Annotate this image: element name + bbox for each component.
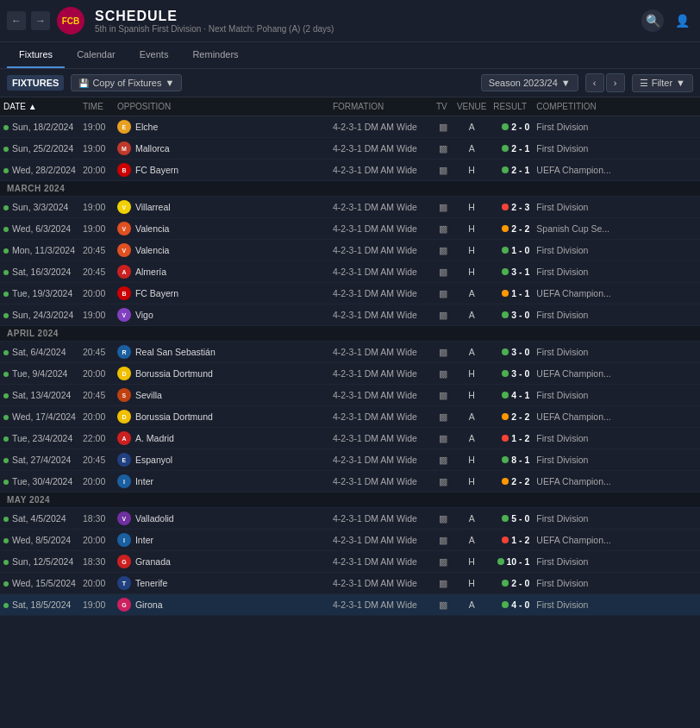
table-row[interactable]: Sat, 4/5/202418:30VValladolid4-2-3-1 DM … xyxy=(0,508,700,530)
cell-time: 20:00 xyxy=(79,363,114,385)
cell-venue: A xyxy=(453,530,490,551)
result-dot xyxy=(502,601,509,608)
filter-button[interactable]: ☰ Filter ▼ xyxy=(632,74,693,92)
cell-date: Wed, 15/5/2024 xyxy=(0,573,79,594)
table-row[interactable]: Wed, 17/4/202420:00DBorussia Dortmund4-2… xyxy=(0,406,700,428)
cell-competition: First Division xyxy=(533,449,700,471)
season-selector[interactable]: Season 2023/24 ▼ xyxy=(481,74,578,91)
table-row[interactable]: Sat, 16/3/202420:45AAlmería4-2-3-1 DM AM… xyxy=(0,261,700,283)
table-row[interactable]: Tue, 9/4/202420:00DBorussia Dortmund4-2-… xyxy=(0,363,700,385)
result-score: 2 - 0 xyxy=(511,578,529,588)
result-dot xyxy=(502,348,509,355)
prev-page-button[interactable]: ‹ xyxy=(585,73,604,92)
cell-venue: H xyxy=(453,218,490,240)
cell-opposition: TTenerife xyxy=(114,573,329,594)
tv-icon: ▩ xyxy=(439,433,447,443)
tab-calendar[interactable]: Calendar xyxy=(65,42,128,68)
cell-date: Sun, 12/5/2024 xyxy=(0,551,79,573)
cell-result: 10 - 1 xyxy=(490,551,533,573)
cell-date: Wed, 8/5/2024 xyxy=(0,530,79,551)
cell-formation: 4-2-3-1 DM AM Wide xyxy=(329,304,433,326)
cell-competition: Spanish Cup Se... xyxy=(533,218,700,240)
table-row[interactable]: Tue, 19/3/202420:00BFC Bayern4-2-3-1 DM … xyxy=(0,283,700,304)
cell-time: 19:00 xyxy=(79,304,114,326)
tab-reminders[interactable]: Reminders xyxy=(180,42,250,68)
cell-tv: ▩ xyxy=(433,138,453,160)
cell-date: Tue, 9/4/2024 xyxy=(0,363,79,385)
table-row[interactable]: Wed, 15/5/202420:00TTenerife4-2-3-1 DM A… xyxy=(0,573,700,594)
cell-result: 1 - 2 xyxy=(490,530,533,551)
table-row[interactable]: APRIL 2024 xyxy=(0,326,700,342)
cell-time: 20:00 xyxy=(79,406,114,428)
cell-time: 20:45 xyxy=(79,342,114,363)
cell-opposition: RReal San Sebastián xyxy=(114,342,329,363)
cell-tv: ▩ xyxy=(433,218,453,240)
cell-date: Sat, 16/3/2024 xyxy=(0,261,79,283)
cell-result: 4 - 0 xyxy=(490,594,533,616)
table-row[interactable]: Sat, 18/5/202419:00GGirona4-2-3-1 DM AM … xyxy=(0,594,700,616)
cell-time: 20:00 xyxy=(79,573,114,594)
cell-competition: First Division xyxy=(533,116,700,138)
search-button[interactable]: 🔍 xyxy=(641,9,664,32)
cell-competition: First Division xyxy=(533,508,700,530)
table-row[interactable]: Tue, 23/4/202422:00AA. Madrid4-2-3-1 DM … xyxy=(0,428,700,449)
tab-events[interactable]: Events xyxy=(128,42,181,68)
filter-label: Filter xyxy=(652,78,672,88)
cell-venue: A xyxy=(453,428,490,449)
table-row[interactable]: Sun, 3/3/202419:00VVillarreal4-2-3-1 DM … xyxy=(0,197,700,218)
table-row[interactable]: Sun, 12/5/202418:30GGranada4-2-3-1 DM AM… xyxy=(0,551,700,573)
cell-tv: ▩ xyxy=(433,449,453,471)
table-row[interactable]: Tue, 30/4/202420:00IInter4-2-3-1 DM AM W… xyxy=(0,471,700,493)
fixtures-table-container: DATE ▲ TIME OPPOSITION FORMATION TV VENU… xyxy=(0,97,700,616)
table-row[interactable]: MARCH 2024 xyxy=(0,181,700,197)
table-row[interactable]: Sun, 18/2/202419:00EElche4-2-3-1 DM AM W… xyxy=(0,116,700,138)
cell-tv: ▩ xyxy=(433,406,453,428)
cell-tv: ▩ xyxy=(433,530,453,551)
table-row[interactable]: Sun, 25/2/202419:00MMallorca4-2-3-1 DM A… xyxy=(0,138,700,160)
table-row[interactable]: Wed, 8/5/202420:00IInter4-2-3-1 DM AM Wi… xyxy=(0,530,700,551)
table-row[interactable]: Wed, 28/2/202420:00BFC Bayern4-2-3-1 DM … xyxy=(0,160,700,181)
cell-result: 3 - 0 xyxy=(490,304,533,326)
cell-opposition: GGranada xyxy=(114,551,329,573)
back-button[interactable]: ← xyxy=(7,11,26,30)
cell-opposition: MMallorca xyxy=(114,138,329,160)
result-score: 1 - 0 xyxy=(511,245,529,255)
table-row[interactable]: Sat, 13/4/202420:45SSevilla4-2-3-1 DM AM… xyxy=(0,385,700,406)
cell-result: 1 - 0 xyxy=(490,240,533,261)
tab-fixtures[interactable]: Fixtures xyxy=(7,42,65,68)
cell-result: 2 - 0 xyxy=(490,116,533,138)
col-opposition[interactable]: OPPOSITION xyxy=(114,97,329,116)
tv-icon: ▩ xyxy=(439,122,447,132)
forward-button[interactable]: → xyxy=(31,11,50,30)
cell-formation: 4-2-3-1 DM AM Wide xyxy=(329,530,433,551)
table-row[interactable]: Wed, 6/3/202419:00VValencia4-2-3-1 DM AM… xyxy=(0,218,700,240)
title-area: SCHEDULE 5th in Spanish First Division ·… xyxy=(95,9,636,34)
cell-time: 20:00 xyxy=(79,530,114,551)
table-row[interactable]: Sun, 24/3/202419:00VVigo4-2-3-1 DM AM Wi… xyxy=(0,304,700,326)
copy-fixtures-dropdown[interactable]: 💾 Copy of Fixtures ▼ xyxy=(71,74,182,91)
cell-venue: A xyxy=(453,406,490,428)
profile-button[interactable]: 👤 xyxy=(671,9,693,32)
table-row[interactable]: Sat, 27/4/202420:45EEspanyol4-2-3-1 DM A… xyxy=(0,449,700,471)
col-date[interactable]: DATE ▲ xyxy=(0,97,79,116)
cell-formation: 4-2-3-1 DM AM Wide xyxy=(329,197,433,218)
next-page-button[interactable]: › xyxy=(606,73,625,92)
result-score: 2 - 3 xyxy=(511,202,529,212)
result-dot xyxy=(502,311,509,318)
tv-icon: ▩ xyxy=(439,368,447,379)
cell-tv: ▩ xyxy=(433,116,453,138)
cell-date: Tue, 23/4/2024 xyxy=(0,428,79,449)
table-row[interactable]: Sat, 6/4/202420:45RReal San Sebastián4-2… xyxy=(0,342,700,363)
cell-opposition: VVigo xyxy=(114,304,329,326)
club-logo-image: FCB xyxy=(57,7,84,35)
cell-formation: 4-2-3-1 DM AM Wide xyxy=(329,342,433,363)
dropdown-arrow-icon: ▼ xyxy=(166,78,175,88)
cell-time: 18:30 xyxy=(79,551,114,573)
cell-tv: ▩ xyxy=(433,342,453,363)
table-row[interactable]: MAY 2024 xyxy=(0,493,700,508)
cell-opposition: EElche xyxy=(114,116,329,138)
cell-date: Tue, 30/4/2024 xyxy=(0,471,79,493)
cell-formation: 4-2-3-1 DM AM Wide xyxy=(329,449,433,471)
cell-formation: 4-2-3-1 DM AM Wide xyxy=(329,218,433,240)
table-row[interactable]: Mon, 11/3/202420:45VValencia4-2-3-1 DM A… xyxy=(0,240,700,261)
